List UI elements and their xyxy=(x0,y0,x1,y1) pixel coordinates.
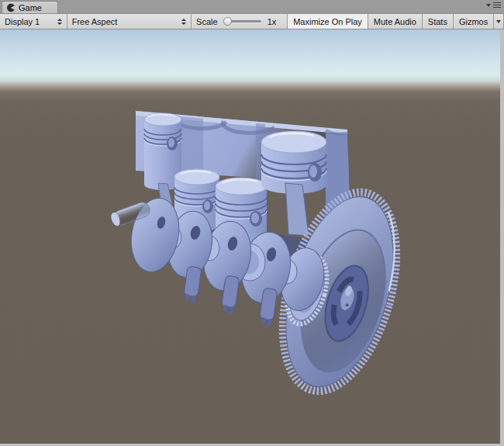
display-dropdown[interactable]: Display 1 xyxy=(0,14,67,29)
caret-down-icon xyxy=(496,20,501,23)
panel-menu-icon[interactable] xyxy=(486,2,501,8)
stats-button[interactable]: Stats xyxy=(423,14,454,29)
game-view-toolbar: Display 1 Free Aspect Scale 1x Maximize … xyxy=(0,13,504,29)
gizmos-label: Gizmos xyxy=(459,17,488,26)
tab-label: Game xyxy=(19,3,42,12)
hamburger-icon xyxy=(493,2,501,8)
slider-knob[interactable] xyxy=(223,17,232,26)
stats-label: Stats xyxy=(428,17,447,26)
dropdown-updown-icon xyxy=(181,19,186,25)
scale-slider[interactable] xyxy=(223,17,263,26)
game-viewport[interactable] xyxy=(0,29,500,444)
aspect-dropdown[interactable]: Free Aspect xyxy=(67,14,192,29)
maximize-on-play-button[interactable]: Maximize On Play xyxy=(288,14,368,29)
tab-game[interactable]: Game xyxy=(2,1,58,13)
scale-value: 1x xyxy=(268,17,277,26)
engine-model-scene xyxy=(0,29,500,444)
gizmos-dropdown-arrow[interactable] xyxy=(494,14,504,29)
caret-down-icon xyxy=(486,4,491,7)
dropdown-updown-icon xyxy=(57,19,62,25)
mute-audio-label: Mute Audio xyxy=(374,17,416,26)
display-dropdown-label: Display 1 xyxy=(5,17,54,26)
gizmos-button[interactable]: Gizmos xyxy=(454,14,494,29)
mute-audio-button[interactable]: Mute Audio xyxy=(368,14,423,29)
aspect-dropdown-label: Free Aspect xyxy=(72,17,178,26)
maximize-on-play-label: Maximize On Play xyxy=(293,17,362,26)
unity-game-view-icon xyxy=(6,3,16,12)
tab-strip: Game xyxy=(0,0,504,13)
slider-track[interactable] xyxy=(230,20,261,22)
scale-label: Scale xyxy=(196,17,218,26)
scale-group: Scale 1x xyxy=(192,14,288,29)
viewport-frame xyxy=(0,29,504,446)
unity-game-window: Game Display 1 Free Aspect Scale 1x Maxi… xyxy=(0,0,504,446)
